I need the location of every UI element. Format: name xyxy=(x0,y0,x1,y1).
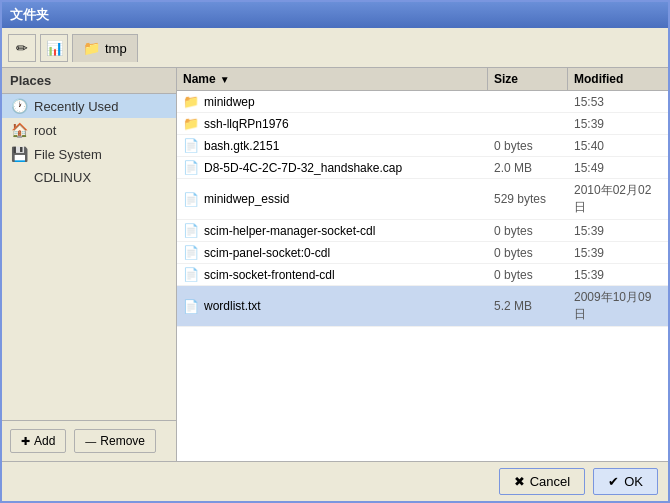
file-name: minidwep xyxy=(204,95,255,109)
location-type-icon: 📊 xyxy=(46,40,63,56)
column-modified-header[interactable]: Modified xyxy=(568,68,668,90)
file-type-icon: 📄 xyxy=(183,223,199,238)
sidebar-item-cdlinux[interactable]: CDLINUX xyxy=(2,166,176,189)
file-type-icon: 📄 xyxy=(183,267,199,282)
table-row[interactable]: 📄 D8-5D-4C-2C-7D-32_handshake.cap 2.0 MB… xyxy=(177,157,668,179)
recently-used-icon: 🕐 xyxy=(10,98,28,114)
remove-button[interactable]: — Remove xyxy=(74,429,156,453)
ok-icon: ✔ xyxy=(608,474,619,489)
file-modified-cell: 15:40 xyxy=(568,136,668,156)
table-row[interactable]: 📄 bash.gtk.2151 0 bytes 15:40 xyxy=(177,135,668,157)
file-type-icon: 📄 xyxy=(183,138,199,153)
file-name-cell: 📄 scim-panel-socket:0-cdl xyxy=(177,242,488,263)
file-system-icon: 💾 xyxy=(10,146,28,162)
file-type-icon: 📄 xyxy=(183,192,199,207)
file-pane: Name ▼ Size Modified 📁 minidwep 15:53 � xyxy=(177,68,668,461)
file-name-cell: 📄 bash.gtk.2151 xyxy=(177,135,488,156)
file-name: minidwep_essid xyxy=(204,192,289,206)
sidebar-item-root[interactable]: 🏠 root xyxy=(2,118,176,142)
sidebar-item-file-system[interactable]: 💾 File System xyxy=(2,142,176,166)
sidebar-footer: ✚ Add — Remove xyxy=(2,420,176,461)
table-row[interactable]: 📄 scim-socket-frontend-cdl 0 bytes 15:39 xyxy=(177,264,668,286)
add-icon: ✚ xyxy=(21,435,30,448)
file-name: scim-socket-frontend-cdl xyxy=(204,268,335,282)
sort-arrow-icon: ▼ xyxy=(220,74,230,85)
file-name-cell: 📄 scim-socket-frontend-cdl xyxy=(177,264,488,285)
file-name-cell: 📄 scim-helper-manager-socket-cdl xyxy=(177,220,488,241)
file-name: D8-5D-4C-2C-7D-32_handshake.cap xyxy=(204,161,402,175)
file-type-icon: 📄 xyxy=(183,299,199,314)
file-size-cell: 5.2 MB xyxy=(488,296,568,316)
file-type-icon: 📁 xyxy=(183,116,199,131)
file-name-cell: 📄 wordlist.txt xyxy=(177,296,488,317)
edit-icon: ✏ xyxy=(16,40,28,56)
col-name-label: Name xyxy=(183,72,216,86)
root-icon: 🏠 xyxy=(10,122,28,138)
file-modified-cell: 15:39 xyxy=(568,243,668,263)
file-name: ssh-llqRPn1976 xyxy=(204,117,289,131)
cancel-icon: ✖ xyxy=(514,474,525,489)
location-label: tmp xyxy=(105,41,127,56)
add-button[interactable]: ✚ Add xyxy=(10,429,66,453)
cancel-button[interactable]: ✖ Cancel xyxy=(499,468,585,495)
add-label: Add xyxy=(34,434,55,448)
location-tab[interactable]: 📁 tmp xyxy=(72,34,138,62)
title-text: 文件夹 xyxy=(10,6,49,24)
file-modified-cell: 15:39 xyxy=(568,114,668,134)
dialog-window: 文件夹 ✏ 📊 📁 tmp Places 🕐 Recently Used 🏠 r… xyxy=(0,0,670,503)
table-row[interactable]: 📄 scim-helper-manager-socket-cdl 0 bytes… xyxy=(177,220,668,242)
toolbar: ✏ 📊 📁 tmp xyxy=(2,28,668,68)
file-size-cell: 529 bytes xyxy=(488,189,568,209)
file-modified-cell: 15:39 xyxy=(568,221,668,241)
column-name-header[interactable]: Name ▼ xyxy=(177,68,488,90)
file-name-cell: 📄 D8-5D-4C-2C-7D-32_handshake.cap xyxy=(177,157,488,178)
file-name: scim-panel-socket:0-cdl xyxy=(204,246,330,260)
dialog-footer: ✖ Cancel ✔ OK xyxy=(2,461,668,501)
file-list: 📁 minidwep 15:53 📁 ssh-llqRPn1976 15:39 … xyxy=(177,91,668,461)
main-content: Places 🕐 Recently Used 🏠 root 💾 File Sys… xyxy=(2,68,668,461)
title-bar: 文件夹 xyxy=(2,2,668,28)
file-modified-cell: 15:49 xyxy=(568,158,668,178)
file-name-cell: 📄 minidwep_essid xyxy=(177,189,488,210)
sidebar-item-file-system-label: File System xyxy=(34,147,102,162)
sidebar-item-root-label: root xyxy=(34,123,56,138)
file-size-cell: 0 bytes xyxy=(488,221,568,241)
file-modified-cell: 2009年10月09日 xyxy=(568,286,668,326)
file-size-cell: 2.0 MB xyxy=(488,158,568,178)
file-type-icon: 📄 xyxy=(183,245,199,260)
location-type-button[interactable]: 📊 xyxy=(40,34,68,62)
file-size-cell xyxy=(488,99,568,105)
col-modified-label: Modified xyxy=(574,72,623,86)
file-type-icon: 📁 xyxy=(183,94,199,109)
file-name: bash.gtk.2151 xyxy=(204,139,279,153)
table-row[interactable]: 📄 scim-panel-socket:0-cdl 0 bytes 15:39 xyxy=(177,242,668,264)
ok-button[interactable]: ✔ OK xyxy=(593,468,658,495)
file-table-header: Name ▼ Size Modified xyxy=(177,68,668,91)
file-modified-cell: 15:53 xyxy=(568,92,668,112)
folder-icon: 📁 xyxy=(83,40,100,56)
col-size-label: Size xyxy=(494,72,518,86)
remove-icon: — xyxy=(85,435,96,447)
file-type-icon: 📄 xyxy=(183,160,199,175)
ok-label: OK xyxy=(624,474,643,489)
sidebar-item-cdlinux-label: CDLINUX xyxy=(34,170,91,185)
edit-button[interactable]: ✏ xyxy=(8,34,36,62)
file-name: scim-helper-manager-socket-cdl xyxy=(204,224,375,238)
table-row[interactable]: 📁 ssh-llqRPn1976 15:39 xyxy=(177,113,668,135)
sidebar-item-recently-used[interactable]: 🕐 Recently Used xyxy=(2,94,176,118)
column-size-header[interactable]: Size xyxy=(488,68,568,90)
table-row[interactable]: 📄 minidwep_essid 529 bytes 2010年02月02日 xyxy=(177,179,668,220)
table-row[interactable]: 📄 wordlist.txt 5.2 MB 2009年10月09日 xyxy=(177,286,668,327)
file-size-cell: 0 bytes xyxy=(488,243,568,263)
file-size-cell xyxy=(488,121,568,127)
file-name-cell: 📁 ssh-llqRPn1976 xyxy=(177,113,488,134)
file-name: wordlist.txt xyxy=(204,299,261,313)
sidebar: Places 🕐 Recently Used 🏠 root 💾 File Sys… xyxy=(2,68,177,461)
file-size-cell: 0 bytes xyxy=(488,265,568,285)
file-size-cell: 0 bytes xyxy=(488,136,568,156)
remove-label: Remove xyxy=(100,434,145,448)
sidebar-item-recently-used-label: Recently Used xyxy=(34,99,119,114)
cancel-label: Cancel xyxy=(530,474,570,489)
table-row[interactable]: 📁 minidwep 15:53 xyxy=(177,91,668,113)
file-name-cell: 📁 minidwep xyxy=(177,91,488,112)
